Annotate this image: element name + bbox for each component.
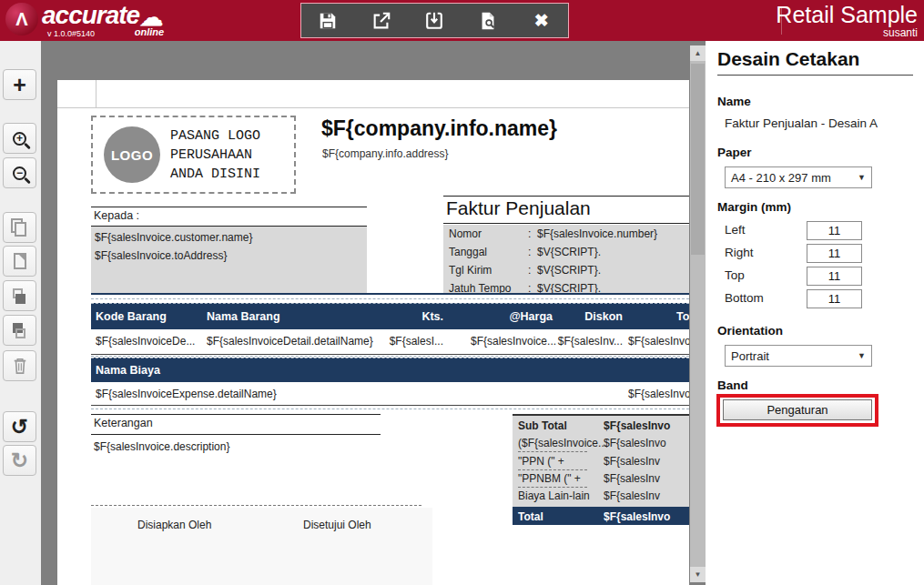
band-settings-button[interactable]: Pengaturan: [723, 399, 872, 420]
orientation-select[interactable]: Portrait ▼: [725, 345, 872, 367]
margin-top-label: Top: [725, 268, 745, 282]
keterangan-label[interactable]: Keterangan: [94, 417, 153, 429]
cell-expense-name[interactable]: $F{salesInvoiceExpense.detailName}: [96, 388, 277, 400]
margin-right-input[interactable]: [807, 244, 862, 263]
info-row-value[interactable]: $V{SCRIPT}.: [537, 264, 601, 277]
bring-to-front-button[interactable]: [3, 280, 36, 311]
info-row-label[interactable]: Nomor: [449, 227, 482, 240]
band-separator: [91, 505, 421, 506]
margin-label: Margin (mm): [717, 200, 791, 214]
close-button[interactable]: ✖: [528, 7, 555, 35]
margin-guide-vertical: [96, 80, 96, 107]
clipped-text-dash: [518, 451, 587, 452]
margin-guide-horizontal: [57, 107, 689, 108]
undo-button[interactable]: ↺: [3, 411, 36, 442]
logo-circle: LOGO: [104, 126, 160, 183]
invoice-template-page[interactable]: LOGO PASANG LOGO PERUSAHAAN ANDA DISINI …: [57, 80, 689, 585]
document-title-field[interactable]: Faktur Penjualan: [446, 197, 591, 219]
canvas-scrollbar[interactable]: ▲ ▼: [690, 45, 706, 582]
rule-line: [91, 414, 381, 415]
paper-select[interactable]: A4 - 210 x 297 mm ▼: [725, 166, 872, 188]
info-row-sep: :: [528, 246, 531, 258]
app-header: Λ accurate☁ online v 1.0.0#5140: [0, 0, 924, 41]
approved-by-label[interactable]: Disetujui Oleh: [303, 519, 371, 531]
margin-top-input[interactable]: [807, 267, 862, 286]
grand-total-band[interactable]: Total $F{salesInvo: [513, 507, 689, 525]
cell-expense-amount[interactable]: $F{salesInvo: [628, 388, 689, 400]
expense-detail-row[interactable]: $F{salesInvoiceExpense.detailName} $F{sa…: [91, 382, 689, 406]
cell-kode[interactable]: $F{salesInvoiceDe...: [96, 335, 195, 348]
logo-caret: Λ: [15, 9, 27, 30]
scroll-down-icon: ▼: [695, 570, 702, 579]
total-label: Total: [518, 510, 543, 523]
preview-button[interactable]: [474, 7, 502, 35]
database-name: Retail Sample: [776, 3, 918, 27]
download-button[interactable]: [421, 7, 448, 35]
col-nama-barang: Nama Barang: [207, 310, 280, 323]
copy-button[interactable]: [3, 212, 36, 243]
info-row-value[interactable]: $F{salesInvoice.number}: [537, 227, 657, 240]
col-diskon: Diskon: [550, 310, 623, 323]
dropdown-arrow-icon: ▼: [858, 173, 866, 182]
add-element-button[interactable]: +: [3, 69, 36, 100]
logged-in-user: susanti: [776, 27, 918, 39]
col-kts: Kts.: [371, 310, 443, 323]
send-to-back-icon: [10, 326, 30, 336]
ppn-label: "PPN (" +: [518, 455, 564, 468]
scrollbar-thumb[interactable]: [691, 64, 705, 255]
discount-value: $F{salesInvo: [604, 437, 666, 449]
paste-button[interactable]: [3, 246, 36, 277]
ppnbm-value: $F{salesInv: [604, 472, 660, 485]
clipped-text-dash: [518, 487, 587, 488]
item-detail-row[interactable]: $F{salesInvoiceDe... $F{salesInvoiceDeta…: [91, 329, 689, 355]
margin-left-input[interactable]: [807, 221, 862, 240]
cell-harga[interactable]: $F{salesInvoice...: [471, 335, 553, 348]
redo-button[interactable]: ↻: [3, 445, 36, 476]
cell-nama[interactable]: $F{salesInvoiceDetail.detailName}: [207, 335, 373, 348]
designer-side-toolbar: + + − ↺ ↻: [0, 41, 41, 585]
send-to-back-button[interactable]: [3, 315, 36, 346]
section-divider: [91, 293, 689, 295]
info-row-label[interactable]: Tanggal: [449, 246, 487, 258]
description-field[interactable]: $F{salesInvoice.description}: [94, 440, 229, 453]
totals-box[interactable]: Sub Total $F{salesInvo ($F{salesInvoice.…: [513, 414, 689, 525]
scroll-up-button[interactable]: ▲: [690, 45, 706, 61]
expense-header-band[interactable]: Nama Biaya: [91, 358, 689, 382]
save-icon: [318, 11, 338, 31]
orientation-select-value: Portrait: [731, 349, 769, 363]
plus-icon: +: [13, 74, 26, 96]
customer-address-field[interactable]: $F{salesInvoice.toAddress}: [95, 249, 227, 262]
save-button[interactable]: [314, 7, 341, 35]
scroll-down-button[interactable]: ▼: [690, 567, 706, 582]
col-nama-biaya: Nama Biaya: [96, 364, 160, 377]
cell-diskon[interactable]: $F{salesInv...: [554, 335, 623, 348]
margin-bottom-input[interactable]: [807, 289, 862, 308]
info-row-label[interactable]: Tgl Kirim: [449, 264, 492, 277]
customer-name-field[interactable]: $F{salesInvoice.customer.name}: [95, 231, 252, 244]
orientation-label: Orientation: [717, 324, 783, 338]
zoom-out-icon: −: [13, 166, 26, 180]
accurate-logo-icon: Λ: [5, 3, 38, 35]
cell-kts[interactable]: $F{salesI...: [364, 335, 443, 348]
rule-line: [443, 196, 689, 197]
company-name-field[interactable]: $F{company.info.name}: [321, 116, 557, 141]
logo-placeholder-box[interactable]: LOGO PASANG LOGO PERUSAHAAN ANDA DISINI: [91, 116, 296, 194]
logo-placeholder-text: PASANG LOGO PERUSAHAAN ANDA DISINI: [170, 126, 260, 184]
zoom-in-button[interactable]: +: [3, 123, 36, 154]
delete-button[interactable]: [3, 350, 36, 381]
prepared-by-label[interactable]: Disiapkan Oleh: [137, 519, 211, 531]
kepada-label[interactable]: Kepada :: [94, 209, 139, 222]
cell-total[interactable]: $F{salesInvo: [628, 335, 689, 348]
band-separator: [91, 298, 689, 299]
company-address-field[interactable]: $F{company.info.address}: [322, 147, 449, 160]
print-design-panel: Desain Cetakan Name Faktur Penjualan - D…: [706, 41, 924, 585]
rule-line: [91, 207, 367, 207]
biaya-lain-value: $F{salesInv: [604, 489, 660, 502]
item-table-header-band[interactable]: Kode Barang Nama Barang Kts. @Harga Disk…: [91, 303, 689, 329]
print-preview-icon: [478, 11, 498, 31]
zoom-out-button[interactable]: −: [3, 157, 36, 188]
export-button[interactable]: [368, 7, 395, 35]
panel-title: Desain Cetakan: [717, 48, 859, 70]
margin-bottom-label: Bottom: [725, 291, 764, 305]
info-row-value[interactable]: $V{SCRIPT}.: [537, 246, 601, 258]
